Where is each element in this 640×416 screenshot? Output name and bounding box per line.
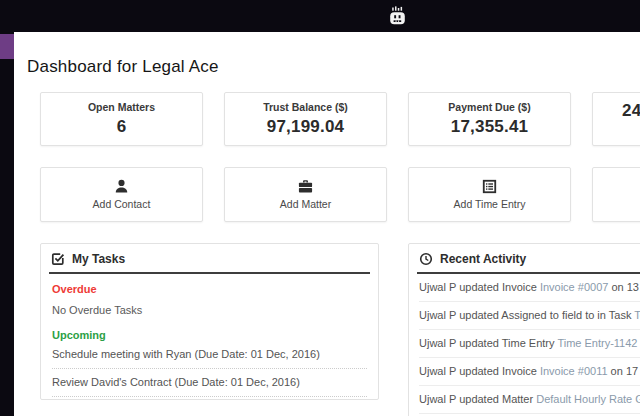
action-label: Add Matter (225, 198, 386, 210)
task-row[interactable]: Review David's Contract (Due Date: 01 De… (52, 369, 367, 397)
recent-activity-panel: Recent Activity Ujwal P updated Invoice … (408, 243, 640, 416)
activity-entity-link[interactable]: Invoice #0011 (540, 365, 608, 377)
person-icon (41, 178, 202, 195)
briefcase-icon (225, 178, 386, 195)
activity-entity-link[interactable]: Invoice #0007 (540, 281, 609, 293)
action-label: Add Time Entry (409, 198, 570, 210)
stat-card-cropped: 24 (592, 92, 640, 146)
stat-label: Payment Due ($) (409, 101, 570, 113)
activity-row: Ujwal P updated Invoice Invoice #0011 on… (419, 358, 640, 386)
activity-entity-link[interactable]: Time Entry-1142 (557, 337, 637, 349)
stat-value: 97,199.04 (225, 117, 386, 137)
recent-activity-body: Ujwal P updated Invoice Invoice #0007 on… (409, 274, 640, 414)
activity-text: on 13 Oct, 2016 (608, 281, 640, 293)
overdue-empty-text: No Overdue Tasks (52, 304, 367, 316)
my-tasks-title: My Tasks (72, 252, 125, 266)
activity-row: Ujwal P updated Invoice Invoice #0007 on… (419, 274, 640, 302)
recent-activity-title: Recent Activity (440, 252, 526, 266)
top-bar (0, 0, 640, 32)
my-tasks-panel: My Tasks Overdue No Overdue Tasks Upcomi… (40, 243, 379, 400)
stat-value: 17,355.41 (409, 117, 570, 137)
upcoming-section-label: Upcoming (52, 329, 367, 341)
activity-entity-link[interactable]: Test Task (634, 309, 640, 321)
activity-text: Ujwal P updated Invoice (419, 281, 540, 293)
cropped-icon (593, 178, 640, 195)
action-label: Add Contact (41, 198, 202, 210)
left-sidebar-strip (0, 32, 14, 416)
action-card-cropped[interactable] (592, 167, 640, 222)
stat-value: 6 (41, 117, 202, 137)
add-contact-button[interactable]: Add Contact (40, 167, 203, 222)
activity-row: Ujwal P updated Matter Default Hourly Ra… (419, 386, 640, 414)
my-tasks-body: Overdue No Overdue Tasks Upcoming Schedu… (41, 283, 378, 397)
time-entry-list-icon (409, 178, 570, 195)
overdue-section-label: Overdue (52, 283, 367, 295)
activity-text: Ujwal P updated Invoice (419, 365, 540, 377)
stat-label: Open Matters (41, 101, 202, 113)
activity-row: Ujwal P updated Time Entry Time Entry-11… (419, 330, 640, 358)
my-tasks-header: My Tasks (49, 244, 370, 274)
check-square-icon (51, 252, 65, 266)
add-time-entry-button[interactable]: Add Time Entry (408, 167, 571, 222)
activity-entity-link[interactable]: Default Hourly Rate Group Matter (536, 393, 640, 405)
stat-card-trust-balance: Trust Balance ($) 97,199.04 (224, 92, 387, 146)
recent-activity-header: Recent Activity (417, 244, 640, 274)
clock-icon (419, 252, 433, 266)
activity-text: on 17 Oct, 2016 (608, 365, 640, 377)
page-title: Dashboard for Legal Ace (27, 57, 219, 77)
activity-text: Ujwal P updated Assigned to field to in … (419, 309, 634, 321)
activity-text: Ujwal P updated Matter (419, 393, 536, 405)
task-row[interactable]: Schedule meeting with Ryan (Due Date: 01… (52, 341, 367, 369)
stat-card-open-matters: Open Matters 6 (40, 92, 203, 146)
activity-text: Ujwal P updated Time Entry (419, 337, 557, 349)
stat-label: Trust Balance ($) (225, 101, 386, 113)
stat-card-payment-due: Payment Due ($) 17,355.41 (408, 92, 571, 146)
activity-row: Ujwal P updated Assigned to field to in … (419, 302, 640, 330)
stat-value: 24 (593, 101, 640, 121)
add-matter-button[interactable]: Add Matter (224, 167, 387, 222)
sidebar-purple-accent (0, 34, 14, 59)
robot-bot-icon (387, 6, 408, 28)
